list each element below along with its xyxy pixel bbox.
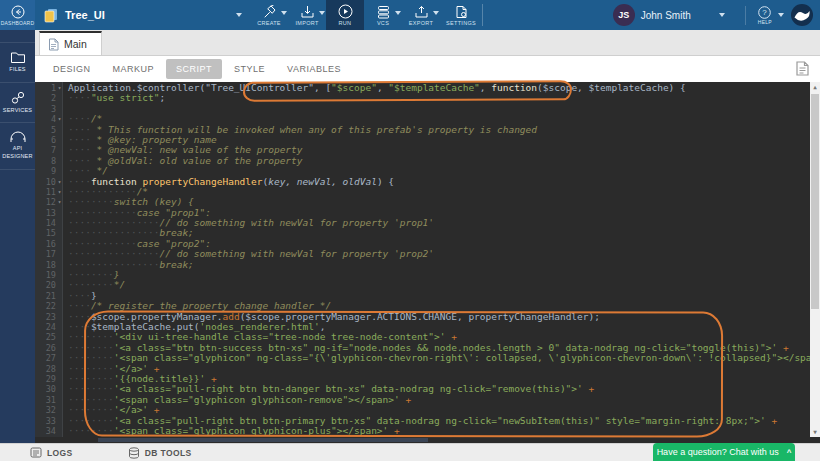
tab-markup[interactable]: MARKUP [103, 59, 165, 79]
left-sidebar: FILES SERVICES API DESIGNER [0, 30, 35, 443]
code-line[interactable]: 10▾····function propertyChangeHandler(ke… [35, 177, 810, 187]
file-document-icon[interactable] [795, 60, 810, 77]
line-number: 35 [35, 436, 56, 437]
code-line[interactable]: 2····"use strict"; [35, 93, 810, 103]
tab-main[interactable]: Main [39, 31, 102, 55]
import-button[interactable]: IMPORT [288, 0, 326, 30]
fold-arrow-icon[interactable]: ▾ [56, 187, 63, 197]
create-caret-icon[interactable] [281, 11, 287, 15]
create-button[interactable]: CREATE [250, 0, 288, 30]
fold-spacer [56, 405, 63, 415]
fold-spacer [56, 228, 63, 238]
line-number: 3 [35, 104, 56, 114]
tab-script[interactable]: SCRIPT [166, 59, 222, 79]
fold-spacer [56, 208, 63, 218]
project-caret-icon[interactable] [236, 13, 242, 17]
tab-design[interactable]: DESIGN [43, 59, 101, 79]
dashboard-button[interactable]: DASHBOARD [0, 0, 35, 30]
user-name: John Smith [641, 10, 691, 21]
sidebar-item-api-designer[interactable]: API DESIGNER [0, 123, 35, 169]
project-icon [43, 8, 59, 23]
settings-gear-icon [454, 5, 469, 19]
code-line[interactable]: 18················break; [35, 260, 810, 270]
run-button[interactable]: RUN [326, 0, 364, 30]
sidebar-item-services[interactable]: SERVICES [0, 83, 35, 124]
line-number: 11 [35, 187, 56, 197]
export-caret-icon[interactable] [433, 11, 439, 15]
line-number: 16 [35, 239, 56, 249]
fold-spacer [56, 135, 63, 145]
export-button[interactable]: EXPORT [402, 0, 440, 30]
scroll-up-arrow[interactable]: ▲ [810, 82, 820, 92]
vertical-scrollbar[interactable]: ▲ ▼ [810, 82, 820, 437]
code-line[interactable]: 3 [35, 104, 810, 114]
hammer-icon [262, 5, 277, 19]
wavemaker-logo [790, 3, 814, 27]
code-text: ········'<span class="glyphicon" ng-clas… [68, 353, 810, 363]
fold-arrow-icon[interactable]: ▾ [56, 83, 63, 93]
fold-arrow-icon[interactable]: ▾ [56, 197, 63, 207]
tab-style[interactable]: STYLE [224, 59, 275, 79]
line-number: 30 [35, 384, 56, 394]
code-editor[interactable]: 1▾Application.$controller("Tree_UIContro… [35, 82, 820, 443]
line-number: 27 [35, 353, 56, 363]
back-circle-icon [11, 5, 25, 19]
help-button[interactable]: ? HELP [745, 6, 772, 25]
line-number: 19 [35, 270, 56, 280]
fold-spacer [56, 156, 63, 166]
svg-text:?: ? [763, 8, 768, 17]
user-menu-caret-icon[interactable] [719, 13, 725, 17]
fold-spacer [56, 384, 63, 394]
line-number: 22 [35, 301, 56, 311]
line-number: 9 [35, 166, 56, 176]
line-number: 18 [35, 260, 56, 270]
fold-spacer [56, 166, 63, 176]
horizontal-scroll-thumb[interactable] [98, 438, 428, 442]
fold-spacer [56, 301, 63, 311]
fold-spacer [56, 239, 63, 249]
project-selector[interactable]: Tree_UI [35, 0, 250, 30]
line-number: 15 [35, 228, 56, 238]
fold-spacer [56, 280, 63, 290]
line-number: 8 [35, 156, 56, 166]
fold-spacer [56, 125, 63, 135]
user-avatar[interactable]: JS [613, 4, 635, 26]
tab-main-label: Main [64, 38, 87, 50]
settings-button[interactable]: SETTINGS [440, 0, 482, 30]
line-number: 13 [35, 208, 56, 218]
sidebar-item-files[interactable]: FILES [0, 42, 35, 83]
line-number: 26 [35, 343, 56, 353]
page-file-icon [48, 38, 59, 51]
vertical-scroll-thumb[interactable] [811, 94, 819, 309]
logs-icon [30, 447, 42, 458]
logs-button[interactable]: LOGS [30, 447, 73, 458]
tab-variables[interactable]: VARIABLES [277, 59, 351, 79]
vcs-button[interactable]: VCS [364, 0, 402, 30]
fold-spacer [56, 343, 63, 353]
top-toolbar: DASHBOARD Tree_UI CREATE IMPORT [0, 0, 820, 30]
fold-spacer [56, 364, 63, 374]
db-tools-button[interactable]: DB TOOLS [128, 447, 192, 459]
fold-spacer [56, 312, 63, 322]
fold-spacer [56, 218, 63, 228]
code-line[interactable]: 8···· * @oldVal: old value of the proper… [35, 156, 810, 166]
fold-arrow-icon[interactable]: ▾ [56, 177, 63, 187]
database-icon [128, 447, 140, 459]
fold-arrow-icon[interactable]: ▾ [56, 114, 63, 124]
project-name: Tree_UI [65, 9, 105, 21]
code-line[interactable]: 19········} [35, 270, 810, 280]
line-number: 33 [35, 416, 56, 426]
dashboard-label: DASHBOARD [1, 20, 34, 26]
folder-icon [10, 51, 26, 64]
code-text: ····"use strict"; [68, 93, 165, 103]
code-line[interactable]: 20········*/ [35, 280, 810, 290]
fold-spacer [56, 332, 63, 342]
chat-widget-button[interactable]: Have a question? Chat with us ^ [653, 443, 795, 461]
editor-mode-tabs: DESIGN MARKUP SCRIPT STYLE VARIABLES [35, 56, 820, 82]
code-area[interactable]: 1▾Application.$controller("Tree_UIContro… [35, 83, 810, 437]
scroll-down-arrow[interactable]: ▼ [810, 427, 820, 437]
import-caret-icon[interactable] [319, 11, 325, 15]
vcs-caret-icon[interactable] [395, 11, 401, 15]
page-tabstrip: Main [35, 30, 820, 56]
help-caret-icon[interactable] [778, 13, 784, 17]
